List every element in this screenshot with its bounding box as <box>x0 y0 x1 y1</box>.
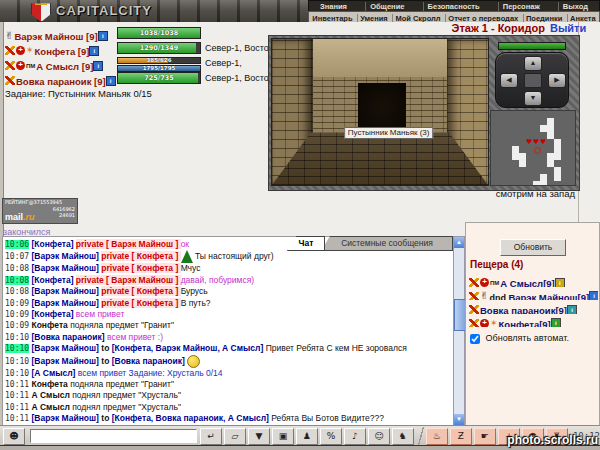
menu-item-top-1[interactable]: Общение <box>365 2 408 11</box>
emote-button[interactable]: ☻ <box>3 428 25 445</box>
chat-text-segment: давай, побуримся) <box>181 275 254 285</box>
minimap-player-icon <box>534 147 541 154</box>
info-badge-icon[interactable]: i <box>555 278 565 287</box>
hp-bar-label: 1290/1349 <box>118 43 200 53</box>
jester-icon: ✶ <box>490 319 498 327</box>
scroll-down-button[interactable]: ▼ <box>454 414 464 425</box>
room-title: Пещера (4) <box>470 259 523 270</box>
dagger-button[interactable]: Ƶ <box>450 428 472 445</box>
chat-text-segment: Конфета <box>31 320 70 330</box>
chat-text-segment: В путь? <box>181 298 211 308</box>
flask-button[interactable]: ♨ <box>426 428 448 445</box>
eraser-button[interactable]: ▱ <box>224 428 246 445</box>
attack-icon <box>5 61 15 70</box>
game-logo: CAPITALCITY <box>56 3 152 18</box>
percent-figure-button[interactable]: % <box>320 428 342 445</box>
chat-timestamp: 10:11 <box>5 414 29 423</box>
member-bars: 725/735 <box>117 72 201 85</box>
minimap: ♥♥♥ <box>490 110 576 186</box>
tab-system-messages[interactable]: Системные сообщения <box>321 236 453 251</box>
player-prefix: dnd <box>489 293 508 301</box>
auto-refresh-row: Обновлять автомат. <box>470 333 569 344</box>
chat-timestamp: 10:07 <box>5 252 29 261</box>
info-badge-icon[interactable]: i <box>98 31 108 41</box>
location-title: Этаж 1 - Коридор <box>390 22 545 34</box>
menu-item-top-3[interactable]: Персонаж <box>498 2 544 11</box>
minimap-cell <box>554 146 561 153</box>
chat-text-segment: [Конфета] <box>31 239 75 249</box>
filter-button[interactable]: ▼ <box>248 428 270 445</box>
medic-cross-icon: + <box>16 46 25 55</box>
smiley-button[interactable]: ☺ <box>368 428 390 445</box>
minimap-cell <box>512 146 519 153</box>
chat-text-segment: private [ Варэк Майнош ] <box>76 239 181 249</box>
chat-message: 10:08 [Варэк Майнош] private [ Конфета ]… <box>5 286 451 297</box>
attack-icon <box>469 319 479 327</box>
party-member-row: ✌Варэк Майнош [9]i1038/1038 <box>5 26 267 41</box>
chat-text-segment: Бурусь <box>181 286 208 296</box>
chat-text-segment: private [ Конфета ] <box>101 286 180 296</box>
fist-button[interactable]: ☛ <box>474 428 496 445</box>
chat-timestamp: 10:10 <box>5 356 29 365</box>
menu-top-row: ЗнанияОбщениеБезопасностьПерсонажВыход <box>308 0 600 11</box>
chat-scrollbar[interactable]: ▲ ▼ <box>453 236 465 426</box>
info-badge-icon[interactable]: i <box>567 305 577 314</box>
member-name[interactable]: Вовка параноик [9] <box>16 76 106 87</box>
member-bars: 1038/1038 <box>117 27 201 40</box>
info-badge-icon[interactable]: i <box>89 46 99 56</box>
exit-link[interactable]: Выйти <box>550 22 586 34</box>
menu-item-top-0[interactable]: Знания <box>316 2 351 11</box>
running-man-button[interactable]: ♟ <box>296 428 318 445</box>
knight-button[interactable]: ♞ <box>392 428 414 445</box>
enter-button[interactable]: ↵ <box>200 428 222 445</box>
main-menus: ЗнанияОбщениеБезопасностьПерсонажВыход И… <box>308 0 600 22</box>
info-badge-icon[interactable]: i <box>106 76 116 86</box>
dungeon-view[interactable]: Пустынник Маньяк (3) <box>271 38 489 186</box>
chat-text-segment: [Конфета, Варэк Майнош, А Смысл] <box>112 343 266 353</box>
minimap-cell <box>547 125 554 132</box>
player-name[interactable]: Варэк Майнош[9] <box>508 292 589 301</box>
player-name[interactable]: Конфета[9] <box>499 319 551 328</box>
player-name[interactable]: Вовка параноик[9] <box>480 305 567 314</box>
chat-text-segment: [Конфета, Вовка параноик, А Смысл] <box>112 413 272 423</box>
chat-text-segment: to <box>101 355 111 365</box>
nav-down-button[interactable]: ▼ <box>524 91 542 106</box>
info-badge-icon[interactable]: i <box>93 61 103 71</box>
nav-right-button[interactable]: ▶ <box>548 73 566 88</box>
rating-counter-badge[interactable]: РЕЙТИНГ@371553945 mail.ru 641696224691 <box>2 198 78 224</box>
nav-up-button[interactable]: ▲ <box>524 56 542 71</box>
chat-text-segment: [Варэк Майнош] <box>31 286 101 296</box>
nav-left-button[interactable]: ◀ <box>500 73 518 88</box>
minimap-cell <box>554 174 561 181</box>
refresh-button[interactable]: Обновить <box>500 239 566 256</box>
info-badge-icon[interactable]: i <box>589 291 598 300</box>
music-note-button[interactable]: ♪ <box>344 428 366 445</box>
save-button[interactable]: ▣ <box>272 428 294 445</box>
pm-icon: ПМ <box>490 280 499 286</box>
chat-text-segment: private [ Конфета ] <box>101 263 180 273</box>
minimap-cell <box>547 153 554 160</box>
chat-timestamp: 10:08 <box>5 287 29 296</box>
chat-input[interactable] <box>30 429 197 443</box>
chat-timestamp: 10:09 <box>5 321 29 330</box>
attack-icon <box>469 292 479 300</box>
attack-icon <box>5 46 15 55</box>
mob-label[interactable]: Пустынник Маньяк (3) <box>344 127 434 139</box>
chat-message: 10:10 [Варэк Майнош] to [Конфета, Варэк … <box>5 343 451 354</box>
chat-timestamp: 10:10 <box>5 333 29 342</box>
chat-text-segment: [Варэк Майнош] <box>31 251 101 261</box>
auto-refresh-checkbox[interactable] <box>470 334 480 344</box>
info-badge-icon[interactable]: i <box>551 318 561 327</box>
medic-cross-icon: + <box>16 61 25 70</box>
chat-text-segment: private [ Конфета ] <box>101 251 180 261</box>
menu-item-top-4[interactable]: Выход <box>558 2 592 11</box>
toolbar-separator <box>417 427 425 445</box>
scroll-up-button[interactable]: ▲ <box>454 237 464 248</box>
hp-bar: 385/626 <box>117 57 201 64</box>
chat-message: 10:10 [Вовка параноик] всем привет :) <box>5 332 451 343</box>
chat-message: 10:11 Конфета подняла предмет "Гранит" <box>5 379 451 390</box>
menu-item-top-2[interactable]: Безопасность <box>423 2 484 11</box>
chat-message: 10:08 [Конфета] private [ Варэк Майнош ]… <box>5 275 451 286</box>
pm-icon: ПМ <box>26 63 35 69</box>
player-name[interactable]: А Смысл[9] <box>500 278 554 287</box>
